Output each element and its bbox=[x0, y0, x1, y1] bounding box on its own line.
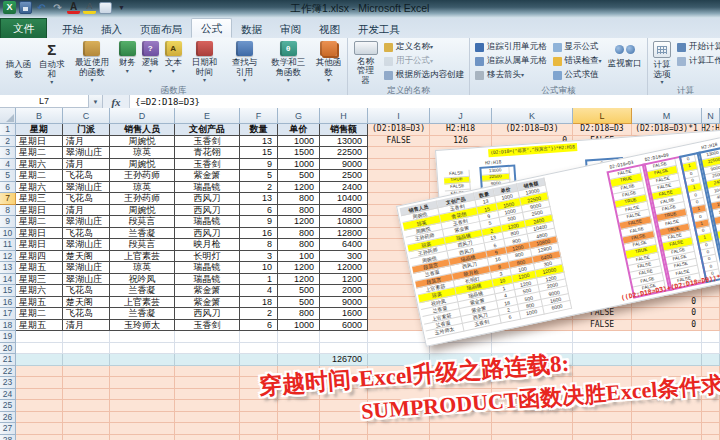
autosum-button[interactable]: Σ自动求和▾ bbox=[35, 39, 68, 85]
row-header-6[interactable]: 6 bbox=[0, 182, 16, 194]
cell-H16[interactable]: 9000 bbox=[320, 297, 368, 309]
cell-C18[interactable]: 清月 bbox=[63, 320, 110, 332]
cell-B6[interactable]: 星期六 bbox=[16, 182, 63, 194]
cell-H5[interactable]: 2500 bbox=[320, 170, 368, 182]
cell-D6[interactable]: 琼英 bbox=[110, 182, 175, 194]
cell-H9[interactable]: 10800 bbox=[320, 216, 368, 228]
cell-E11[interactable]: 映月枪 bbox=[175, 239, 240, 251]
cell-K1[interactable]: (D2:D18=D3) bbox=[492, 124, 573, 136]
cell-M17[interactable]: 0 bbox=[632, 308, 702, 320]
tab-4[interactable]: 公式 bbox=[191, 18, 232, 38]
cell-B1[interactable]: 星期 bbox=[16, 124, 63, 136]
cell-B25[interactable] bbox=[16, 400, 63, 412]
cell-B16[interactable]: 星期五 bbox=[16, 297, 63, 309]
cell-M18[interactable]: 0 bbox=[632, 320, 702, 332]
cell-G5[interactable]: 500 bbox=[278, 170, 320, 182]
cell-C22[interactable] bbox=[63, 366, 110, 378]
cell-G16[interactable]: 500 bbox=[278, 297, 320, 309]
cell-H4[interactable]: 9000 bbox=[320, 159, 368, 171]
cell-C26[interactable] bbox=[63, 412, 110, 424]
cell-D14[interactable]: 祝吟凤 bbox=[110, 274, 175, 286]
row-header-25[interactable]: 25 bbox=[0, 400, 16, 412]
cell-J1[interactable]: H2:H18 bbox=[430, 124, 492, 136]
cell-I5[interactable] bbox=[368, 170, 430, 182]
cell-E24[interactable] bbox=[175, 389, 240, 401]
cell-G17[interactable]: 800 bbox=[278, 308, 320, 320]
cell-H27[interactable] bbox=[320, 423, 368, 435]
file-tab[interactable]: 文件 bbox=[0, 18, 47, 38]
cell-E7[interactable]: 西风刀 bbox=[175, 193, 240, 205]
cell-F2[interactable]: 13 bbox=[240, 136, 278, 148]
cell-N28[interactable] bbox=[702, 435, 720, 440]
cell-C19[interactable] bbox=[63, 331, 110, 343]
insert-function-button[interactable]: 插入函数 bbox=[2, 39, 35, 85]
cell-L19[interactable] bbox=[573, 331, 632, 343]
cell-C27[interactable] bbox=[63, 423, 110, 435]
cell-F18[interactable]: 6 bbox=[240, 320, 278, 332]
financial-button[interactable]: 财务▾ bbox=[116, 39, 139, 85]
cell-B22[interactable] bbox=[16, 366, 63, 378]
column-header-L[interactable]: L bbox=[573, 108, 632, 124]
cell-F8[interactable]: 6 bbox=[240, 205, 278, 217]
cell-F9[interactable]: 9 bbox=[240, 216, 278, 228]
column-header-N[interactable]: N bbox=[702, 108, 720, 124]
cell-C25[interactable] bbox=[63, 400, 110, 412]
cell-M21[interactable] bbox=[632, 354, 702, 366]
select-all-corner[interactable] bbox=[0, 108, 16, 124]
cell-D24[interactable] bbox=[110, 389, 175, 401]
cell-C23[interactable] bbox=[63, 377, 110, 389]
cell-C12[interactable]: 楚天阁 bbox=[63, 251, 110, 263]
cell-H14[interactable]: 1200 bbox=[320, 274, 368, 286]
cell-B5[interactable]: 星期二 bbox=[16, 170, 63, 182]
logical-button[interactable]: ?逻辑▾ bbox=[139, 39, 162, 85]
row-header-28[interactable]: 28 bbox=[0, 435, 16, 440]
row-header-9[interactable]: 9 bbox=[0, 216, 16, 228]
cell-I20[interactable] bbox=[368, 343, 430, 355]
cell-N19[interactable] bbox=[702, 331, 720, 343]
cell-G7[interactable]: 800 bbox=[278, 193, 320, 205]
row-header-7[interactable]: 7 bbox=[0, 193, 16, 205]
cell-C11[interactable]: 翠湖山庄 bbox=[63, 239, 110, 251]
cell-D20[interactable] bbox=[110, 343, 175, 355]
cell-B17[interactable]: 星期二 bbox=[16, 308, 63, 320]
column-header-G[interactable]: G bbox=[278, 108, 320, 124]
cell-C9[interactable]: 翠湖山庄 bbox=[63, 216, 110, 228]
cell-D1[interactable]: 销售人员 bbox=[110, 124, 175, 136]
cell-I1[interactable]: (D2:D18=D3) bbox=[368, 124, 430, 136]
cell-C6[interactable]: 翠湖山庄 bbox=[63, 182, 110, 194]
cell-C28[interactable] bbox=[63, 435, 110, 440]
cell-H19[interactable] bbox=[320, 331, 368, 343]
cell-J27[interactable] bbox=[430, 423, 492, 435]
cell-D26[interactable] bbox=[110, 412, 175, 424]
tab-7[interactable]: 视图 bbox=[310, 20, 349, 38]
cell-E1[interactable]: 文创产品 bbox=[175, 124, 240, 136]
cell-D25[interactable] bbox=[110, 400, 175, 412]
tab-8[interactable]: 开发工具 bbox=[349, 20, 409, 38]
column-header-D[interactable]: D bbox=[110, 108, 175, 124]
cell-E4[interactable]: 玉香剑 bbox=[175, 159, 240, 171]
cell-D19[interactable] bbox=[110, 331, 175, 343]
cell-L18[interactable]: FALSE bbox=[573, 320, 632, 332]
cell-B10[interactable]: 星期日 bbox=[16, 228, 63, 240]
cell-G4[interactable]: 1000 bbox=[278, 159, 320, 171]
cell-N17[interactable] bbox=[702, 308, 720, 320]
cell-D13[interactable]: 琼英 bbox=[110, 262, 175, 274]
cell-F5[interactable]: 5 bbox=[240, 170, 278, 182]
cell-E13[interactable]: 瑞晶镜 bbox=[175, 262, 240, 274]
cell-B21[interactable] bbox=[16, 354, 63, 366]
cell-D11[interactable]: 段莫言 bbox=[110, 239, 175, 251]
cell-F7[interactable]: 13 bbox=[240, 193, 278, 205]
create-from-selection-button[interactable]: 根据所选内容创建 bbox=[381, 68, 467, 82]
cell-I4[interactable] bbox=[368, 159, 430, 171]
cell-G13[interactable]: 1200 bbox=[278, 262, 320, 274]
cell-F4[interactable]: 9 bbox=[240, 159, 278, 171]
cell-B28[interactable] bbox=[16, 435, 63, 440]
insert-function-fx-icon[interactable]: fx bbox=[103, 95, 130, 108]
cell-D4[interactable]: 周婉悦 bbox=[110, 159, 175, 171]
cell-F15[interactable]: 4 bbox=[240, 285, 278, 297]
cell-H17[interactable]: 1600 bbox=[320, 308, 368, 320]
cell-D15[interactable]: 兰香凝 bbox=[110, 285, 175, 297]
cell-M20[interactable] bbox=[632, 343, 702, 355]
cell-B26[interactable] bbox=[16, 412, 63, 424]
cell-L21[interactable] bbox=[573, 354, 632, 366]
